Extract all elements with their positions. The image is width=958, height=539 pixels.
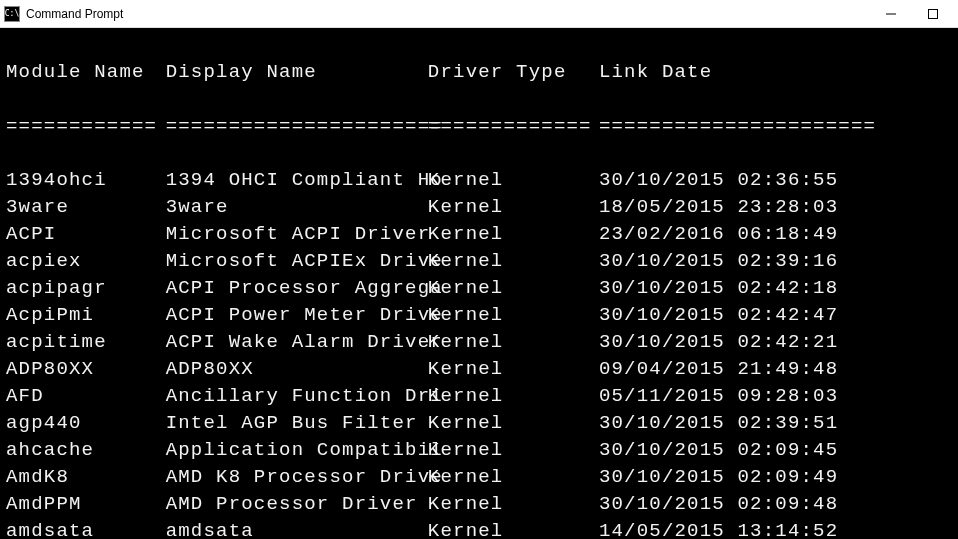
- cell-module: acpiex: [6, 248, 166, 275]
- cell-date: 30/10/2015 02:42:47: [599, 302, 838, 329]
- cell-display: Microsoft ACPIEx Drive: [166, 248, 428, 275]
- header-type: Driver Type: [428, 59, 599, 86]
- cell-module: AmdPPM: [6, 491, 166, 518]
- cell-display: 1394 OHCI Compliant Ho: [166, 167, 428, 194]
- cell-module: 3ware: [6, 194, 166, 221]
- cell-display: ACPI Wake Alarm Driver: [166, 329, 428, 356]
- cell-module: ahcache: [6, 437, 166, 464]
- cell-display: ACPI Power Meter Drive: [166, 302, 428, 329]
- maximize-button[interactable]: [912, 2, 954, 26]
- cell-module: amdsata: [6, 518, 166, 539]
- cell-module: 1394ohci: [6, 167, 166, 194]
- header-display: Display Name: [166, 59, 428, 86]
- table-row: 3ware 3ware Kernel 18/05/2015 23:28:03: [6, 194, 952, 221]
- cell-display: amdsata: [166, 518, 428, 539]
- table-row: AcpiPmi ACPI Power Meter Drive Kernel 30…: [6, 302, 952, 329]
- cell-date: 30/10/2015 02:09:48: [599, 491, 838, 518]
- table-row: ADP80XX ADP80XX Kernel 09/04/2015 21:49:…: [6, 356, 952, 383]
- cell-display: Ancillary Function Dri: [166, 383, 428, 410]
- cell-date: 18/05/2015 23:28:03: [599, 194, 838, 221]
- titlebar: C:\ Command Prompt: [0, 0, 958, 28]
- table-row: AmdPPM AMD Processor Driver Kernel 30/10…: [6, 491, 952, 518]
- cell-module: AFD: [6, 383, 166, 410]
- table-row: acpipagr ACPI Processor Aggrega Kernel 3…: [6, 275, 952, 302]
- cell-module: acpipagr: [6, 275, 166, 302]
- cell-display: AMD K8 Processor Drive: [166, 464, 428, 491]
- table-row: AFD Ancillary Function Dri Kernel 05/11/…: [6, 383, 952, 410]
- cell-date: 30/10/2015 02:42:18: [599, 275, 838, 302]
- cell-date: 05/11/2015 09:28:03: [599, 383, 838, 410]
- window-controls: [870, 2, 954, 26]
- cell-type: Kernel: [428, 275, 599, 302]
- cell-date: 30/10/2015 02:42:21: [599, 329, 838, 356]
- cell-type: Kernel: [428, 437, 599, 464]
- cell-type: Kernel: [428, 518, 599, 539]
- cell-display: 3ware: [166, 194, 428, 221]
- table-row: amdsata amdsata Kernel 14/05/2015 13:14:…: [6, 518, 952, 539]
- cell-module: ACPI: [6, 221, 166, 248]
- cell-date: 30/10/2015 02:39:51: [599, 410, 838, 437]
- cell-module: AmdK8: [6, 464, 166, 491]
- table-row: acpitime ACPI Wake Alarm Driver Kernel 3…: [6, 329, 952, 356]
- cell-type: Kernel: [428, 167, 599, 194]
- table-row: AmdK8 AMD K8 Processor Drive Kernel 30/1…: [6, 464, 952, 491]
- cell-type: Kernel: [428, 221, 599, 248]
- cell-display: AMD Processor Driver: [166, 491, 428, 518]
- header-row: Module NameDisplay NameDriver TypeLink D…: [6, 59, 952, 86]
- cmd-icon: C:\: [4, 6, 20, 22]
- cell-type: Kernel: [428, 248, 599, 275]
- cell-date: 30/10/2015 02:39:16: [599, 248, 838, 275]
- cell-type: Kernel: [428, 464, 599, 491]
- cell-date: 14/05/2015 13:14:52: [599, 518, 838, 539]
- cell-display: ADP80XX: [166, 356, 428, 383]
- terminal-output[interactable]: Module NameDisplay NameDriver TypeLink D…: [0, 28, 958, 539]
- cell-display: Application Compatibil: [166, 437, 428, 464]
- cell-date: 09/04/2015 21:49:48: [599, 356, 838, 383]
- header-date: Link Date: [599, 59, 712, 86]
- cell-type: Kernel: [428, 491, 599, 518]
- cell-date: 30/10/2015 02:09:49: [599, 464, 838, 491]
- svg-rect-1: [929, 9, 938, 18]
- cell-type: Kernel: [428, 194, 599, 221]
- cell-display: Microsoft ACPI Driver: [166, 221, 428, 248]
- header-module: Module Name: [6, 59, 166, 86]
- table-row: ahcache Application Compatibil Kernel 30…: [6, 437, 952, 464]
- cell-type: Kernel: [428, 302, 599, 329]
- table-row: acpiex Microsoft ACPIEx Drive Kernel 30/…: [6, 248, 952, 275]
- cell-type: Kernel: [428, 329, 599, 356]
- cell-module: ADP80XX: [6, 356, 166, 383]
- cell-display: Intel AGP Bus Filter: [166, 410, 428, 437]
- cell-module: agp440: [6, 410, 166, 437]
- minimize-button[interactable]: [870, 2, 912, 26]
- table-row: agp440 Intel AGP Bus Filter Kernel 30/10…: [6, 410, 952, 437]
- cell-display: ACPI Processor Aggrega: [166, 275, 428, 302]
- cell-type: Kernel: [428, 383, 599, 410]
- cell-module: AcpiPmi: [6, 302, 166, 329]
- table-row: ACPI Microsoft ACPI Driver Kernel 23/02/…: [6, 221, 952, 248]
- window-title: Command Prompt: [26, 7, 123, 21]
- separator-row: ========================================…: [6, 113, 952, 140]
- cell-module: acpitime: [6, 329, 166, 356]
- cell-date: 30/10/2015 02:09:45: [599, 437, 838, 464]
- cell-type: Kernel: [428, 410, 599, 437]
- table-row: 1394ohci 1394 OHCI Compliant Ho Kernel 3…: [6, 167, 952, 194]
- cell-type: Kernel: [428, 356, 599, 383]
- cell-date: 30/10/2015 02:36:55: [599, 167, 838, 194]
- cell-date: 23/02/2016 06:18:49: [599, 221, 838, 248]
